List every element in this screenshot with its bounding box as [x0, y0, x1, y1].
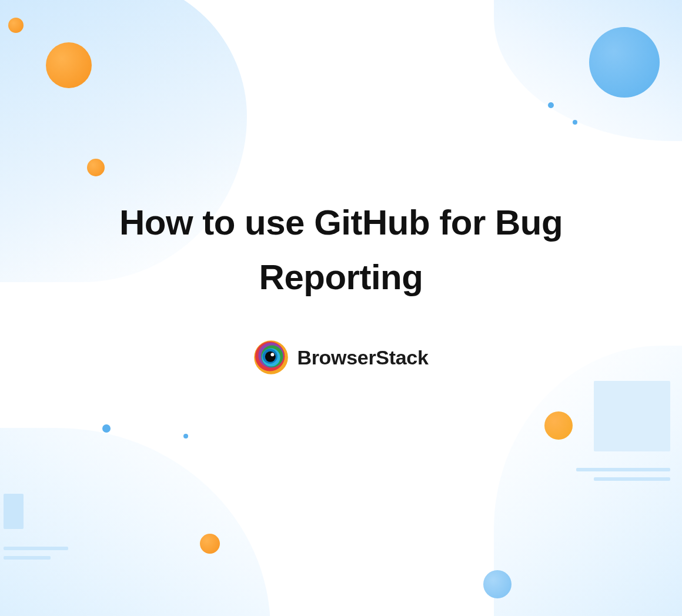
- svg-point-7: [271, 353, 275, 356]
- hero-title: How to use GitHub for Bug Reporting: [100, 195, 582, 304]
- svg-point-6: [265, 351, 276, 362]
- browserstack-logo-icon: [253, 340, 289, 375]
- brand-name: BrowserStack: [297, 346, 428, 369]
- hero-content: How to use GitHub for Bug Reporting Brow…: [0, 0, 682, 616]
- brand-lockup: BrowserStack: [253, 340, 428, 375]
